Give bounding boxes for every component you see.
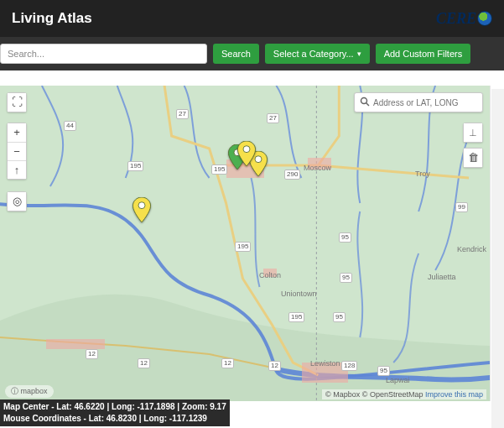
map-canvas[interactable]: Moscow Troy Kendrick Juliaetta Lapwai Le… [0,86,491,401]
trash-control: 🗑 [463,148,483,168]
trash-button[interactable]: 🗑 [464,149,482,167]
shield-27: 27 [176,109,189,119]
search-button[interactable]: Search [213,44,259,64]
label-uniontown: Uniontown [281,290,317,298]
app-title: Living Atlas [12,10,92,27]
shield-12: 12 [86,349,98,359]
shield-44: 44 [64,121,76,131]
logo-letter: CERE [436,10,476,28]
address-input[interactable] [373,98,477,107]
fullscreen-control: ⛶ [7,92,27,112]
brand-logo: CERE [436,10,492,28]
svg-point-5 [361,97,367,103]
label-troy: Troy [415,170,430,178]
svg-point-4 [138,202,145,209]
address-search[interactable] [354,92,483,112]
zoom-control: + − ↑ [7,123,27,180]
center-lat: 46.6220 [74,402,104,411]
shield-99: 99 [455,202,468,212]
ruler-control: ⟂ [463,123,483,143]
app-header: Living Atlas CERE [0,0,504,37]
shield-95: 95 [339,232,351,243]
map-pin[interactable] [132,197,151,222]
improve-map-link[interactable]: Improve this map [425,390,483,399]
shield-27: 27 [267,113,279,123]
shield-290: 290 [284,170,300,180]
mouse-long-label: Long: [143,414,167,423]
category-label: Select a Category... [273,49,354,59]
shield-95: 95 [340,273,352,283]
label-moscow: Moscow [304,164,331,172]
shield-12: 12 [221,358,234,368]
label-lewiston: Lewiston [310,359,340,368]
chevron-down-icon: ▾ [357,50,361,58]
map-attribution: © Mapbox © OpenStreetMap Improve this ma… [322,389,486,399]
svg-point-2 [255,156,262,163]
locate-control: ◎ [7,191,27,211]
status-center: Map Center - Lat: 46.6220 | Long: -117.1… [3,401,226,413]
shield-12: 12 [138,358,150,368]
center-lat-label: Map Center - Lat: [3,402,72,411]
attr-mapbox: © Mapbox [325,390,360,399]
mapbox-logo: ⓘ mapbox [5,385,54,398]
fullscreen-button[interactable]: ⛶ [8,93,26,112]
status-mouse: Mouse Coordinates - Lat: 46.8230 | Long:… [3,413,226,425]
attr-osm: © OpenStreetMap [362,390,423,399]
label-kendrick: Kendrick [457,245,486,253]
svg-point-3 [243,146,250,153]
label-colton: Colton [259,271,281,279]
label-lapwai: Lapwai [386,376,410,384]
mapbox-label: mapbox [21,387,48,395]
shield-95: 95 [377,366,390,376]
locate-button[interactable]: ◎ [8,192,26,211]
mouse-lat: 46.8230 [107,414,137,423]
status-bar: Map Center - Lat: 46.6220 | Long: -117.1… [0,399,230,426]
shield-195: 195 [211,164,227,175]
mouse-lat-label: Mouse Coordinates - Lat: [3,414,104,423]
shield-128: 128 [341,361,357,371]
center-long-label: Long: [112,402,135,411]
svg-line-6 [366,102,370,106]
center-long: -117.1898 [138,402,175,411]
map-pin[interactable] [237,141,256,166]
shield-12: 12 [268,361,281,371]
label-juliaetta: Juliaetta [428,273,456,281]
add-filters-button[interactable]: Add Custom Filters [376,44,471,64]
urban-area [46,339,105,349]
mouse-long: -117.1239 [169,414,207,423]
zoom-in-button[interactable]: + [8,123,26,142]
search-icon [360,97,370,109]
shield-95: 95 [333,312,346,322]
globe-icon [477,11,492,26]
ruler-button[interactable]: ⟂ [464,123,482,142]
shield-195: 195 [127,161,143,171]
shield-195: 195 [288,312,304,322]
category-select[interactable]: Select a Category... ▾ [265,44,370,64]
search-input[interactable] [0,44,207,64]
zoom-label: Zoom: [182,402,208,411]
zoom-out-button[interactable]: − [8,142,26,160]
zoom-value: 9.17 [210,402,226,411]
shield-195: 195 [235,242,251,252]
compass-button[interactable]: ↑ [8,160,26,179]
side-gutter [491,89,504,428]
filter-toolbar: Search Select a Category... ▾ Add Custom… [0,37,504,70]
